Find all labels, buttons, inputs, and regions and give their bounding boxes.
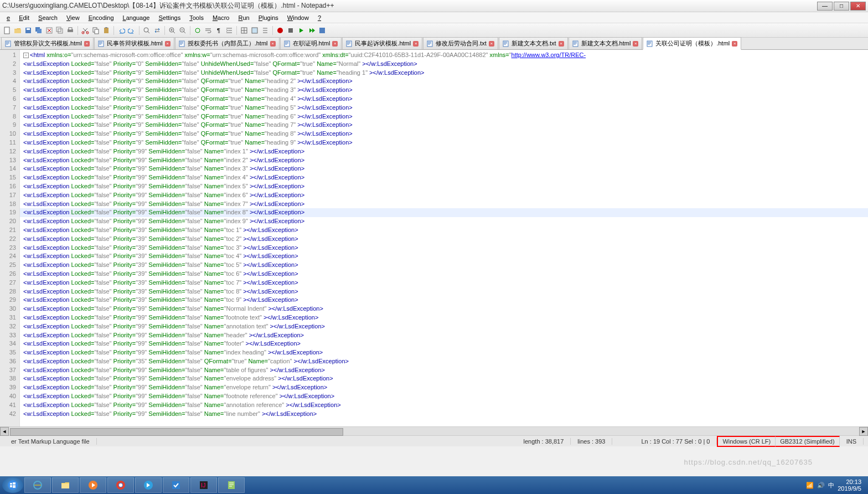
save-all-icon[interactable]: [34, 25, 44, 35]
file-icon: [179, 40, 185, 47]
close-all-icon[interactable]: [55, 25, 65, 35]
menu-view[interactable]: View: [62, 13, 84, 22]
menu-macro[interactable]: Macro: [208, 13, 234, 22]
status-length: length : 38,817: [517, 438, 571, 445]
close-button[interactable]: ✕: [850, 2, 866, 11]
tab-close-icon[interactable]: ×: [489, 41, 494, 47]
paste-icon[interactable]: [101, 25, 111, 35]
tab[interactable]: 在职证明.html×: [280, 37, 342, 49]
status-encoding[interactable]: GB2312 (Simplified): [776, 436, 839, 447]
windows-taskbar[interactable]: IJ 📶 🔊 中 20:13 2019/9/5: [0, 476, 868, 494]
redo-icon[interactable]: [127, 25, 137, 35]
scroll-right-arrow[interactable]: ►: [859, 427, 868, 436]
close-file-icon[interactable]: [44, 25, 54, 35]
tab-close-icon[interactable]: ×: [332, 41, 338, 47]
tab[interactable]: 新建文本文档.html×: [569, 37, 643, 49]
window-titlebar: C:\Users\guoxingliang.CAMELOT\Desktop\【0…: [0, 0, 868, 12]
tab[interactable]: 民事答辩状模板.html×: [94, 37, 174, 49]
menu-language[interactable]: Language: [118, 13, 154, 22]
tray-lang-icon[interactable]: 中: [828, 481, 834, 490]
scroll-track[interactable]: [9, 427, 859, 435]
status-insert-mode: INS: [840, 438, 864, 445]
horizontal-scrollbar[interactable]: ◄ ►: [0, 426, 868, 435]
replace-icon[interactable]: [152, 25, 162, 35]
taskbar-chrome-icon[interactable]: [107, 477, 134, 493]
menu-tools[interactable]: Tools: [185, 13, 208, 22]
folder-icon[interactable]: [239, 25, 249, 35]
code-area[interactable]: −<html xmlns:o="urn:schemas-microsoft-co…: [20, 50, 868, 426]
save-icon[interactable]: [23, 25, 33, 35]
maximize-button[interactable]: □: [834, 2, 849, 11]
cut-icon[interactable]: [80, 25, 90, 35]
status-bar: er Text Markup Language file length : 38…: [0, 435, 868, 446]
sync-icon[interactable]: [193, 25, 203, 35]
save-macro-icon[interactable]: [317, 25, 327, 35]
open-file-icon[interactable]: [13, 25, 23, 35]
record-macro-icon[interactable]: [275, 25, 285, 35]
zoom-in-icon[interactable]: [167, 25, 177, 35]
fold-toggle[interactable]: −: [23, 53, 29, 58]
undo-icon[interactable]: [116, 25, 126, 35]
menu-window[interactable]: Window: [283, 13, 313, 22]
tab-label: 在职证明.html: [293, 39, 330, 48]
file-icon: [427, 40, 433, 47]
tab[interactable]: 关联公司证明（模板）.html×: [643, 37, 741, 50]
menu-settings[interactable]: Settings: [154, 13, 185, 22]
copy-icon[interactable]: [91, 25, 101, 35]
minimize-button[interactable]: —: [817, 2, 833, 11]
toolbar-separator: [164, 26, 165, 35]
tray-network-icon[interactable]: 📶: [806, 482, 814, 489]
menu-bar: eEditSearchViewEncodingLanguageSettingsT…: [0, 12, 868, 23]
tab-close-icon[interactable]: ×: [559, 41, 564, 47]
scroll-left-arrow[interactable]: ◄: [0, 427, 9, 436]
doc-map-icon[interactable]: [250, 25, 260, 35]
start-button[interactable]: [2, 477, 23, 493]
tab-close-icon[interactable]: ×: [633, 41, 638, 47]
file-icon: [98, 40, 105, 47]
tab-label: 授权委托书（内部员工）.html: [188, 39, 268, 48]
taskbar-app1-icon[interactable]: [135, 477, 162, 493]
menu-encoding[interactable]: Encoding: [84, 13, 118, 22]
tab[interactable]: 新建文本文档.txt×: [499, 37, 568, 49]
menu-?[interactable]: ?: [313, 13, 326, 22]
taskbar-ie-icon[interactable]: [24, 477, 51, 493]
indent-icon[interactable]: [224, 25, 234, 35]
tab-close-icon[interactable]: ×: [165, 41, 170, 47]
menu-e[interactable]: e: [2, 13, 14, 22]
tab[interactable]: 修改后劳动合同.txt×: [423, 37, 498, 49]
find-icon[interactable]: [142, 25, 152, 35]
menu-plugins[interactable]: Plugins: [254, 13, 283, 22]
status-eol[interactable]: Windows (CR LF): [717, 436, 776, 447]
tab[interactable]: 授权委托书（内部员工）.html×: [175, 37, 280, 49]
menu-search[interactable]: Search: [34, 13, 62, 22]
func-list-icon[interactable]: [260, 25, 270, 35]
taskbar-explorer-icon[interactable]: [52, 477, 79, 493]
svg-rect-13: [95, 29, 99, 34]
zoom-out-icon[interactable]: [178, 25, 188, 35]
play-macro-icon[interactable]: [296, 25, 306, 35]
tab-close-icon[interactable]: ×: [732, 41, 737, 47]
wordwrap-icon[interactable]: [203, 25, 213, 35]
svg-rect-2: [27, 28, 30, 30]
tray-sound-icon[interactable]: 🔊: [817, 482, 825, 489]
system-tray[interactable]: 📶 🔊 中 20:13 2019/9/5: [802, 478, 866, 492]
taskbar-app2-icon[interactable]: [163, 477, 189, 493]
tab-label: 关联公司证明（模板）.html: [655, 39, 730, 48]
tab-close-icon[interactable]: ×: [84, 41, 90, 47]
print-icon[interactable]: [65, 25, 75, 35]
taskbar-media-icon[interactable]: [80, 477, 106, 493]
stop-macro-icon[interactable]: [286, 25, 296, 35]
menu-run[interactable]: Run: [234, 13, 254, 22]
code-editor[interactable]: 1234567891011121314151617181920212223242…: [0, 50, 868, 426]
new-file-icon[interactable]: [2, 25, 12, 35]
tab-close-icon[interactable]: ×: [270, 41, 276, 47]
menu-edit[interactable]: Edit: [14, 13, 34, 22]
tab-close-icon[interactable]: ×: [413, 41, 418, 47]
svg-rect-9: [69, 28, 72, 30]
play-multi-icon[interactable]: [307, 25, 317, 35]
taskbar-notepadpp-icon[interactable]: [218, 477, 245, 493]
allchars-icon[interactable]: ¶: [214, 25, 224, 35]
tab[interactable]: 民事起诉状模板.html×: [342, 37, 422, 49]
tab[interactable]: 管辖权异议文书模板.html×: [1, 37, 94, 49]
taskbar-intellij-icon[interactable]: IJ: [190, 477, 217, 493]
